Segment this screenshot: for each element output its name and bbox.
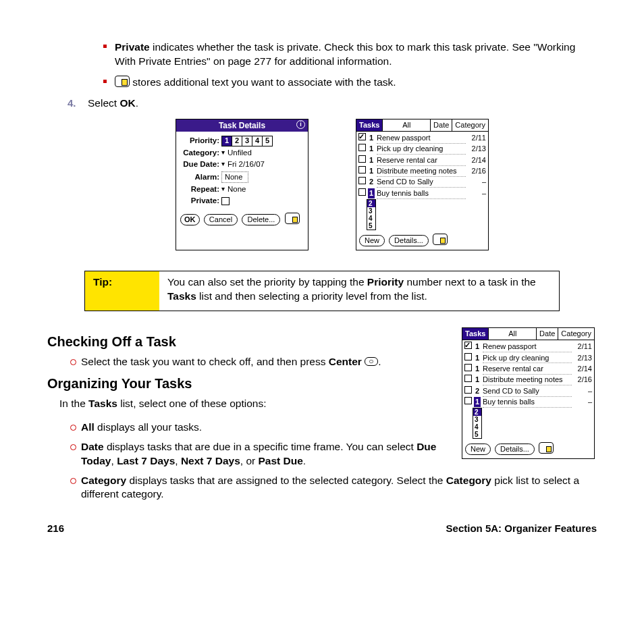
square-bullet-icon bbox=[103, 80, 107, 83]
new-button[interactable]: New bbox=[359, 235, 385, 246]
due-date-label: Due Date: bbox=[180, 159, 221, 170]
category-value[interactable]: Unfiled bbox=[227, 148, 252, 159]
note-button[interactable] bbox=[285, 213, 300, 224]
tip-box: Tip: You can also set the priority by ta… bbox=[84, 271, 560, 311]
task-row: 1Buy tennis balls– bbox=[464, 397, 592, 408]
priority-selector[interactable]: 1 2 3 4 5 bbox=[221, 136, 273, 146]
note-button[interactable] bbox=[539, 442, 554, 454]
task-details-title: Task Details i bbox=[176, 119, 308, 132]
tab-all[interactable]: All bbox=[489, 328, 537, 340]
alarm-value[interactable]: None bbox=[221, 171, 248, 183]
repeat-value[interactable]: None bbox=[227, 184, 246, 195]
task-checkbox[interactable] bbox=[464, 397, 472, 404]
step-4: 4. Select OK. bbox=[47, 97, 597, 111]
details-button[interactable]: Details... bbox=[389, 235, 429, 246]
priority-dropdown[interactable]: 2 3 4 5 bbox=[367, 199, 376, 230]
info-icon[interactable]: i bbox=[296, 120, 305, 129]
task-checkbox[interactable] bbox=[464, 375, 472, 382]
alarm-label: Alarm: bbox=[180, 172, 221, 183]
square-bullet-icon bbox=[103, 45, 107, 48]
page-footer: 216 Section 5A: Organizer Features bbox=[47, 522, 597, 535]
opt-date: Date displays tasks that are due in a sp… bbox=[47, 440, 441, 468]
tasks-tabs: Tasks All Date Category bbox=[356, 119, 488, 132]
category-label: Category: bbox=[180, 148, 221, 159]
task-checkbox[interactable] bbox=[358, 133, 366, 140]
tasks-app-2: Tasks All Date Category 1Renew passport2… bbox=[462, 327, 595, 459]
checking-bullet: Select the task you want to check off, a… bbox=[47, 355, 441, 369]
new-button[interactable]: New bbox=[465, 444, 491, 455]
cancel-button[interactable]: Cancel bbox=[204, 214, 238, 225]
task-checkbox[interactable] bbox=[358, 155, 366, 163]
private-text: indicates whether the task is private. C… bbox=[115, 41, 575, 67]
note-button[interactable] bbox=[433, 234, 448, 245]
tasks-tabs: Tasks All Date Category bbox=[462, 328, 594, 340]
repeat-label: Repeat: bbox=[180, 184, 221, 195]
circle-bullet-icon bbox=[70, 425, 76, 431]
private-bold: Private bbox=[115, 41, 150, 53]
priority-label: Priority: bbox=[180, 136, 221, 146]
task-checkbox[interactable] bbox=[464, 342, 472, 349]
task-checkbox[interactable] bbox=[358, 188, 366, 196]
tab-tasks[interactable]: Tasks bbox=[462, 328, 489, 340]
dropdown-icon[interactable] bbox=[221, 148, 225, 159]
task-row: 1Buy tennis balls– bbox=[358, 188, 486, 199]
tab-tasks[interactable]: Tasks bbox=[356, 119, 383, 131]
task-checkbox[interactable] bbox=[358, 177, 366, 184]
dropdown-icon[interactable] bbox=[221, 159, 225, 170]
tip-text: You can also set the priority by tapping… bbox=[159, 271, 559, 311]
tip-label: Tip: bbox=[85, 271, 159, 311]
task-checkbox[interactable] bbox=[464, 364, 472, 371]
circle-bullet-icon bbox=[70, 444, 76, 450]
tab-category[interactable]: Category bbox=[558, 328, 594, 340]
checking-off-heading: Checking Off a Task bbox=[47, 333, 441, 351]
note-bullet: stores additional text you want to assoc… bbox=[47, 76, 597, 90]
task-row: 1Reserve rental car2/14 bbox=[358, 155, 486, 166]
tab-all[interactable]: All bbox=[383, 119, 431, 131]
private-bullet: Private indicates whether the task is pr… bbox=[47, 41, 597, 69]
organizing-heading: Organizing Your Tasks bbox=[47, 375, 441, 393]
task-details-dialog: Task Details i Priority: 1 2 3 4 5 Categ… bbox=[176, 119, 308, 250]
tasks-app-1: Tasks All Date Category 1Renew passport2… bbox=[356, 119, 489, 250]
step-number: 4. bbox=[68, 97, 76, 110]
task-row: 1Distribute meeting notes2/16 bbox=[464, 375, 592, 385]
tab-date[interactable]: Date bbox=[537, 328, 558, 340]
tab-date[interactable]: Date bbox=[431, 119, 452, 131]
center-button-icon bbox=[365, 357, 378, 366]
task-row: 2Send CD to Sally– bbox=[358, 177, 486, 188]
page-number: 216 bbox=[47, 522, 64, 535]
priority-dropdown[interactable]: 2 3 4 5 bbox=[473, 408, 482, 439]
task-row: 1Renew passport2/11 bbox=[358, 133, 486, 144]
circle-bullet-icon bbox=[70, 478, 76, 484]
task-checkbox[interactable] bbox=[358, 144, 366, 151]
dropdown-icon[interactable] bbox=[221, 184, 225, 195]
task-checkbox[interactable] bbox=[358, 166, 366, 173]
task-row: 1Distribute meeting notes2/16 bbox=[358, 166, 486, 177]
delete-button[interactable]: Delete... bbox=[242, 214, 280, 225]
task-row: 1Pick up dry cleaning2/13 bbox=[464, 353, 592, 364]
private-label: Private: bbox=[180, 196, 221, 207]
tab-category[interactable]: Category bbox=[452, 119, 488, 131]
task-checkbox[interactable] bbox=[464, 386, 472, 394]
opt-all: All displays all your tasks. bbox=[47, 421, 441, 435]
task-row: 2Send CD to Sally– bbox=[464, 386, 592, 397]
task-row: 1Renew passport2/11 bbox=[464, 342, 592, 352]
task-row: 1Reserve rental car2/14 bbox=[464, 364, 592, 375]
circle-bullet-icon bbox=[70, 359, 76, 365]
ok-button[interactable]: OK bbox=[180, 214, 200, 225]
due-date-value[interactable]: Fri 2/16/07 bbox=[227, 159, 265, 170]
task-checkbox[interactable] bbox=[464, 353, 472, 360]
note-icon bbox=[115, 76, 130, 87]
note-text: stores additional text you want to assoc… bbox=[130, 76, 396, 88]
private-checkbox[interactable] bbox=[221, 197, 230, 205]
section-label: Section 5A: Organizer Features bbox=[446, 522, 597, 535]
details-button[interactable]: Details... bbox=[495, 444, 535, 455]
opt-category: Category displays tasks that are assigne… bbox=[47, 474, 597, 502]
task-row: 1Pick up dry cleaning2/13 bbox=[358, 144, 486, 155]
